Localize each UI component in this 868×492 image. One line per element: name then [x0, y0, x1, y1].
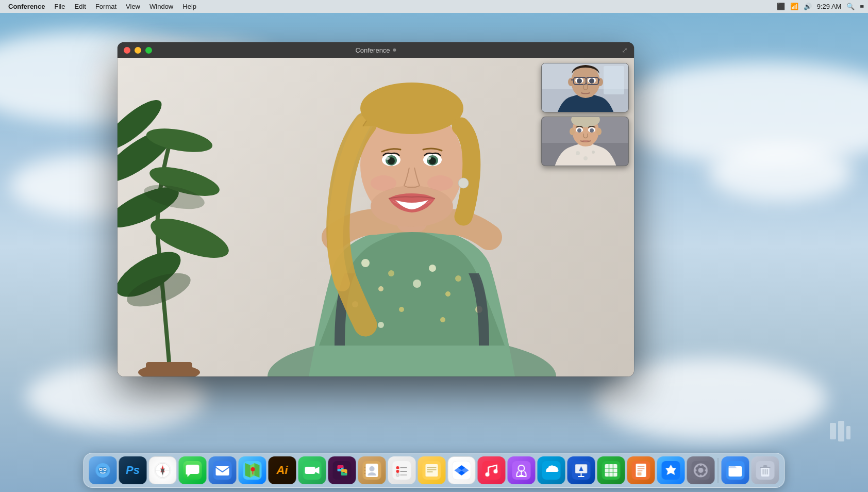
dock-icon-contacts[interactable] [358, 456, 386, 484]
svg-point-22 [378, 322, 384, 328]
svg-point-59 [583, 156, 588, 160]
svg-point-77 [104, 469, 106, 470]
participant-thumbnail-1[interactable] [541, 63, 629, 112]
menubar-edit[interactable]: Edit [70, 2, 90, 11]
svg-rect-121 [482, 461, 501, 480]
dock-icon-photoshop[interactable]: Ps [119, 456, 147, 484]
svg-point-14 [429, 265, 436, 272]
svg-point-37 [386, 157, 390, 160]
window-maximize-button[interactable] [145, 47, 152, 54]
dock: Ps [84, 453, 785, 488]
svg-point-18 [445, 291, 450, 297]
svg-rect-154 [705, 469, 708, 471]
dock-icon-salesforce[interactable] [538, 456, 565, 484]
cloud-decoration [708, 144, 853, 201]
window-title: Conference [355, 46, 396, 54]
svg-point-150 [698, 468, 704, 473]
window-close-button[interactable] [124, 47, 130, 54]
conference-window: Conference ⤢ [118, 42, 634, 376]
menubar-file[interactable]: File [51, 2, 70, 11]
svg-point-57 [576, 151, 580, 155]
menubar-left: Conference File Edit Format View Window … [4, 2, 777, 11]
menubar-app-name[interactable]: Conference [4, 2, 49, 11]
dock-icon-maps[interactable] [239, 456, 266, 484]
dock-icon-dropbox[interactable] [448, 456, 476, 484]
window-minimize-button[interactable] [135, 47, 141, 54]
svg-rect-99 [341, 469, 347, 472]
svg-point-88 [251, 467, 255, 471]
control-center-icon[interactable]: ≡ [860, 3, 864, 10]
dock-icon-keynote[interactable] [567, 456, 595, 484]
window-controls [124, 47, 152, 54]
svg-point-38 [427, 157, 431, 160]
window-titlebar: Conference ⤢ [118, 42, 634, 58]
svg-rect-165 [763, 465, 767, 467]
svg-point-27 [360, 83, 463, 134]
dock-icon-messages[interactable] [179, 456, 207, 484]
airplay-icon[interactable]: ⬛ [777, 3, 785, 10]
window-title-text: Conference [355, 46, 390, 54]
dock-icon-slack[interactable] [328, 456, 356, 484]
svg-point-12 [361, 259, 370, 267]
svg-rect-152 [700, 474, 702, 477]
dock-icon-notes[interactable] [418, 456, 446, 484]
volume-icon[interactable]: 🔊 [804, 3, 812, 10]
svg-point-21 [399, 307, 404, 312]
svg-point-47 [577, 78, 582, 84]
svg-point-49 [589, 78, 594, 84]
dock-icon-system-preferences[interactable] [687, 456, 715, 484]
dock-icon-facetime[interactable] [298, 456, 326, 484]
dock-icon-podcasts[interactable] [508, 456, 536, 484]
wifi-icon[interactable]: 📶 [790, 3, 798, 10]
dock-icon-files[interactable] [722, 456, 749, 484]
svg-point-109 [396, 470, 399, 473]
dock-icon-illustrator[interactable]: Ai [269, 456, 296, 484]
svg-rect-136 [605, 464, 617, 477]
svg-point-66 [577, 128, 581, 133]
search-icon[interactable]: 🔍 [846, 3, 855, 10]
svg-point-36 [458, 178, 469, 188]
svg-rect-106 [393, 461, 411, 480]
svg-rect-143 [638, 466, 645, 467]
menubar-help[interactable]: Help [178, 2, 201, 11]
menubar-view[interactable]: View [122, 2, 144, 11]
svg-rect-145 [638, 470, 643, 471]
svg-rect-86 [216, 466, 229, 475]
svg-rect-146 [638, 472, 642, 475]
svg-rect-41 [604, 66, 624, 94]
dock-icon-safari[interactable] [149, 456, 177, 484]
main-participant-video [231, 58, 592, 376]
participant-thumbnail-2[interactable] [541, 117, 629, 166]
svg-point-107 [396, 466, 399, 469]
svg-point-17 [413, 280, 421, 288]
dock-separator [718, 458, 719, 483]
menubar-format[interactable]: Format [91, 2, 121, 11]
dock-icon-pages[interactable] [627, 456, 655, 484]
svg-point-111 [396, 473, 399, 477]
dock-icon-finder[interactable] [89, 456, 117, 484]
svg-rect-144 [638, 468, 645, 469]
participant-2-video [542, 117, 628, 166]
svg-point-64 [596, 128, 602, 135]
dock-icon-trash[interactable] [752, 456, 779, 484]
dock-icon-numbers[interactable] [597, 456, 625, 484]
svg-point-15 [455, 275, 461, 282]
video-area [118, 58, 634, 376]
window-expand-button[interactable]: ⤢ [622, 46, 628, 54]
svg-rect-90 [305, 467, 315, 474]
svg-point-34 [371, 175, 396, 191]
dock-icon-mail[interactable] [209, 456, 237, 484]
svg-rect-98 [341, 473, 347, 475]
dock-icon-reminders[interactable] [388, 456, 416, 484]
menubar-window[interactable]: Window [145, 2, 177, 11]
svg-rect-71 [846, 426, 850, 439]
svg-point-122 [486, 472, 490, 477]
svg-point-68 [590, 128, 594, 133]
svg-point-13 [388, 270, 394, 276]
svg-point-23 [440, 317, 445, 322]
svg-point-76 [100, 469, 102, 470]
dock-icon-music[interactable] [478, 456, 506, 484]
svg-point-45 [597, 78, 603, 86]
watermark [828, 419, 853, 446]
dock-icon-appstore[interactable] [657, 456, 685, 484]
